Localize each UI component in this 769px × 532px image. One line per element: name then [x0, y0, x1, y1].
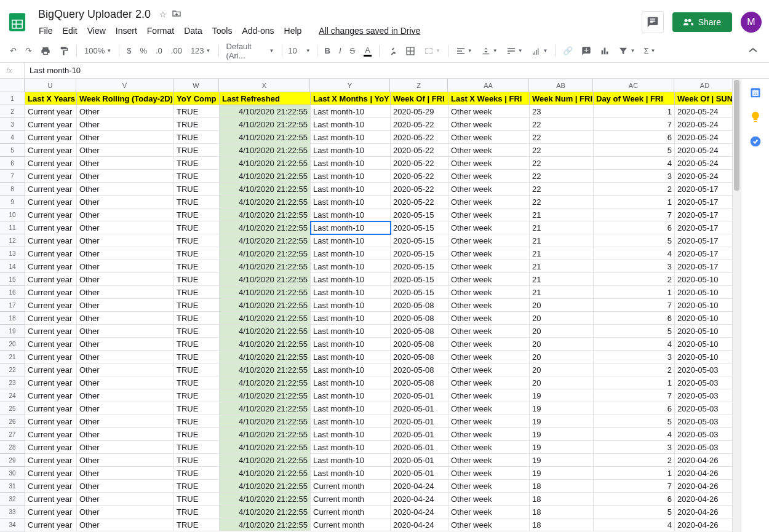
- cell[interactable]: 4/10/2020 21:22:55: [220, 480, 311, 493]
- cell[interactable]: 22: [530, 131, 594, 144]
- cell[interactable]: Other: [77, 325, 174, 338]
- cell[interactable]: 6: [594, 402, 675, 415]
- cell[interactable]: 2020-05-01: [391, 402, 448, 415]
- cell[interactable]: 4/10/2020 21:22:55: [220, 221, 311, 234]
- row-header[interactable]: 6: [0, 157, 25, 170]
- cell[interactable]: 2: [594, 273, 675, 286]
- cell[interactable]: TRUE: [174, 363, 220, 376]
- cell[interactable]: 7: [594, 480, 675, 493]
- keep-addon-icon[interactable]: [749, 111, 762, 123]
- cell[interactable]: Current year: [25, 441, 77, 454]
- cell[interactable]: Current year: [25, 402, 77, 415]
- cell[interactable]: 4/10/2020 21:22:55: [220, 506, 311, 518]
- cell[interactable]: 2020-05-22: [391, 196, 448, 208]
- chart-button[interactable]: [596, 44, 613, 58]
- cell[interactable]: Other week: [448, 260, 530, 273]
- cell[interactable]: Current month: [311, 506, 391, 518]
- text-color-button[interactable]: A: [360, 43, 375, 59]
- comment-insert-button[interactable]: [578, 44, 595, 58]
- cell[interactable]: Other week: [448, 273, 530, 286]
- cell[interactable]: Current year: [25, 299, 77, 312]
- cell[interactable]: Current year: [25, 144, 77, 157]
- cell[interactable]: Other: [77, 286, 174, 299]
- cell[interactable]: Other: [77, 118, 174, 131]
- header-cell[interactable]: Week Of | FRI: [391, 92, 448, 105]
- cell[interactable]: 19: [530, 389, 594, 402]
- header-cell[interactable]: Last Refreshed: [220, 92, 311, 105]
- cell[interactable]: 4/10/2020 21:22:55: [220, 467, 311, 480]
- cell[interactable]: 2020-05-17: [675, 208, 736, 221]
- cell[interactable]: 2020-05-24: [675, 144, 736, 157]
- row-header[interactable]: 9: [0, 196, 25, 208]
- cell[interactable]: 4/10/2020 21:22:55: [220, 299, 311, 312]
- row-header[interactable]: 10: [0, 208, 25, 221]
- zoom-select[interactable]: 100%▼: [81, 44, 115, 58]
- cell[interactable]: 4/10/2020 21:22:55: [220, 234, 311, 247]
- cell[interactable]: TRUE: [174, 234, 220, 247]
- decrease-decimal[interactable]: .0: [152, 44, 166, 58]
- cell[interactable]: 2: [594, 454, 675, 467]
- row-header[interactable]: 13: [0, 247, 25, 260]
- cell[interactable]: 7: [594, 208, 675, 221]
- row-header[interactable]: 31: [0, 480, 25, 493]
- row-header[interactable]: 28: [0, 441, 25, 454]
- cell[interactable]: 18: [530, 493, 594, 506]
- share-button[interactable]: Share: [672, 12, 732, 32]
- cell[interactable]: 2020-05-10: [675, 312, 736, 325]
- cell[interactable]: 2020-05-22: [391, 157, 448, 170]
- wrap-button[interactable]: ▼: [503, 44, 527, 58]
- cell[interactable]: 2020-05-24: [675, 131, 736, 144]
- cell[interactable]: 22: [530, 170, 594, 183]
- cell[interactable]: TRUE: [174, 480, 220, 493]
- cell[interactable]: Other week: [448, 118, 530, 131]
- cell[interactable]: 2020-05-01: [391, 441, 448, 454]
- cell[interactable]: 2: [594, 363, 675, 376]
- cell[interactable]: TRUE: [174, 506, 220, 518]
- cell[interactable]: Other week: [448, 428, 530, 441]
- cell[interactable]: 4/10/2020 21:22:55: [220, 260, 311, 273]
- cell[interactable]: Last month-10: [311, 196, 391, 208]
- cell[interactable]: 20: [530, 299, 594, 312]
- cell[interactable]: 2020-05-08: [391, 376, 448, 389]
- cell[interactable]: Other: [77, 389, 174, 402]
- header-cell[interactable]: YoY Comp: [174, 92, 220, 105]
- cell[interactable]: Last month-10: [311, 273, 391, 286]
- cell[interactable]: Current year: [25, 170, 77, 183]
- menu-insert[interactable]: Insert: [111, 23, 141, 38]
- cell[interactable]: TRUE: [174, 183, 220, 196]
- cell[interactable]: Other week: [448, 234, 530, 247]
- cell[interactable]: 2020-05-22: [391, 170, 448, 183]
- cell[interactable]: Last month-10: [311, 183, 391, 196]
- strike-button[interactable]: S: [346, 44, 359, 58]
- cell[interactable]: 2020-04-26: [675, 506, 736, 518]
- cell[interactable]: 4: [594, 338, 675, 351]
- cell[interactable]: Last month-10: [311, 325, 391, 338]
- cell[interactable]: 4/10/2020 21:22:55: [220, 415, 311, 428]
- cell[interactable]: TRUE: [174, 454, 220, 467]
- row-header[interactable]: 16: [0, 286, 25, 299]
- cell[interactable]: TRUE: [174, 415, 220, 428]
- cell[interactable]: Current year: [25, 196, 77, 208]
- cell[interactable]: Other: [77, 221, 174, 234]
- cell[interactable]: Current year: [25, 415, 77, 428]
- cell[interactable]: 2020-05-15: [391, 221, 448, 234]
- cell[interactable]: Last month-10: [311, 428, 391, 441]
- cell[interactable]: 2020-04-26: [675, 467, 736, 480]
- cell[interactable]: Other: [77, 454, 174, 467]
- cell[interactable]: Other week: [448, 415, 530, 428]
- cell[interactable]: Last month-10: [311, 467, 391, 480]
- cell[interactable]: 2020-05-24: [675, 170, 736, 183]
- cell[interactable]: TRUE: [174, 144, 220, 157]
- cell[interactable]: 2020-05-01: [391, 389, 448, 402]
- cell[interactable]: Other: [77, 351, 174, 363]
- cell[interactable]: Other: [77, 506, 174, 518]
- cell[interactable]: 2020-05-17: [675, 221, 736, 234]
- cell[interactable]: TRUE: [174, 260, 220, 273]
- row-header[interactable]: 4: [0, 131, 25, 144]
- row-header[interactable]: 24: [0, 389, 25, 402]
- cell[interactable]: 1: [594, 467, 675, 480]
- row-header[interactable]: 27: [0, 428, 25, 441]
- cell[interactable]: 2020-05-15: [391, 234, 448, 247]
- row-header[interactable]: 32: [0, 493, 25, 506]
- cell[interactable]: 2020-05-17: [675, 183, 736, 196]
